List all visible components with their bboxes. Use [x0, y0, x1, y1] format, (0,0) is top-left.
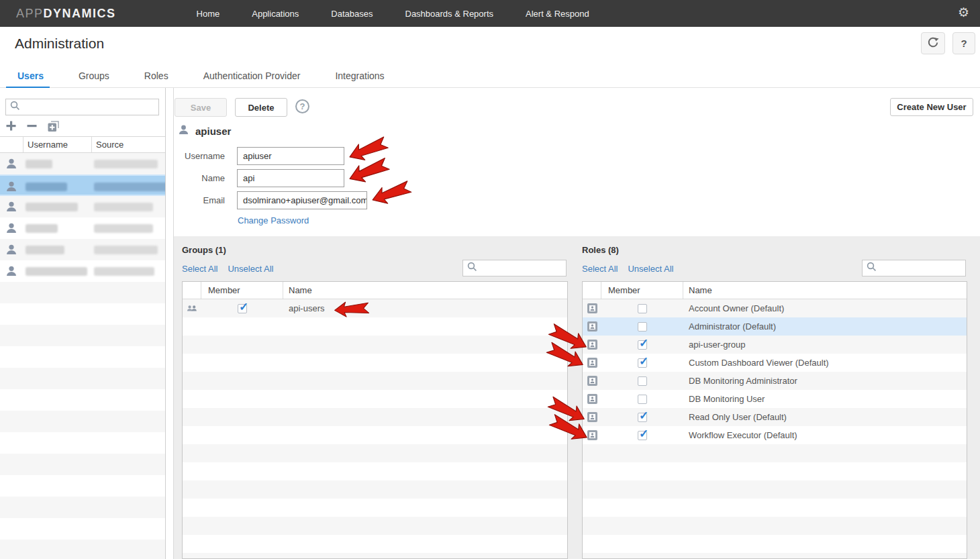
user-list-row[interactable]	[0, 196, 166, 217]
search-icon	[10, 101, 20, 113]
empty-row-stripe	[0, 368, 166, 389]
gear-icon[interactable]: ⚙	[958, 6, 969, 19]
nav-item-home[interactable]: Home	[197, 9, 220, 19]
nav-item-applications[interactable]: Applications	[252, 9, 299, 19]
empty-row-stripe	[183, 499, 567, 517]
nav-item-alert-respond[interactable]: Alert & Respond	[526, 9, 589, 19]
member-checkbox[interactable]	[638, 322, 647, 332]
groups-panel-title: Groups (1)	[182, 245, 226, 255]
username-label: Username	[178, 151, 225, 161]
roles-search-input[interactable]	[880, 263, 965, 273]
role-row-db-monitoring-administrator[interactable]: DB Monitoring Administrator	[583, 372, 967, 390]
member-checkbox[interactable]: ✓	[638, 340, 647, 350]
user-list-row[interactable]	[0, 174, 166, 196]
role-name: Administrator (Default)	[683, 321, 967, 332]
empty-row-stripe	[0, 411, 166, 432]
role-row-administrator-default-[interactable]: Administrator (Default)	[583, 317, 967, 336]
selected-user-name: apiuser	[195, 125, 231, 137]
user-list-row[interactable]	[0, 239, 166, 260]
member-checkbox[interactable]	[638, 376, 647, 386]
role-icon	[583, 430, 601, 440]
user-list-row[interactable]	[0, 217, 166, 239]
user-list-row[interactable]	[0, 153, 166, 174]
empty-row-stripe	[183, 426, 567, 444]
role-icon	[583, 340, 601, 350]
role-row-account-owner-default-[interactable]: Account Owner (Default)	[583, 299, 967, 317]
groups-unselect-all-link[interactable]: Unselect All	[228, 264, 273, 274]
user-icon	[5, 201, 17, 215]
empty-row-stripe	[0, 346, 166, 368]
empty-row-stripe	[183, 462, 567, 480]
delete-button[interactable]: Delete	[235, 98, 287, 117]
username-form-row: Username	[178, 147, 344, 165]
save-button[interactable]: Save	[175, 98, 227, 117]
groups-panel: Groups (1) Select All Unselect All Membe…	[182, 241, 568, 559]
empty-row-stripe	[183, 336, 567, 354]
tab-authentication-provider[interactable]: Authentication Provider	[203, 64, 301, 88]
change-password-link[interactable]: Change Password	[238, 215, 309, 225]
tab-roles[interactable]: Roles	[144, 64, 168, 88]
help-button[interactable]: ?	[952, 32, 975, 54]
redacted-source	[94, 203, 153, 211]
sidebar-search[interactable]	[5, 99, 159, 115]
role-row-db-monitoring-user[interactable]: DB Monitoring User	[583, 390, 967, 408]
nav-item-dashboards-reports[interactable]: Dashboards & Reports	[405, 9, 494, 19]
member-checkbox[interactable]: ✓	[638, 431, 647, 440]
role-row-read-only-user-default-[interactable]: ✓Read Only User (Default)	[583, 408, 967, 426]
roles-select-all-link[interactable]: Select All	[582, 264, 618, 274]
groups-name-column-header: Name	[283, 282, 567, 299]
source-column-header: Source	[92, 137, 166, 152]
empty-row-stripe	[183, 444, 567, 462]
redacted-source	[94, 246, 158, 254]
user-list-row[interactable]	[0, 260, 166, 282]
email-field[interactable]	[237, 191, 367, 209]
tab-integrations[interactable]: Integrations	[335, 64, 384, 88]
groups-table: Member Name ✓api-users	[182, 281, 568, 559]
logo-suffix: DYNAMICS	[44, 7, 116, 20]
group-row-api-users[interactable]: ✓api-users	[183, 299, 567, 317]
member-checkbox[interactable]: ✓	[638, 358, 647, 368]
remove-user-icon[interactable]	[26, 120, 38, 132]
roles-unselect-all-link[interactable]: Unselect All	[628, 264, 673, 274]
role-icon-column-header	[583, 282, 601, 299]
add-user-icon[interactable]	[5, 120, 17, 132]
role-row-workflow-executor-default-[interactable]: ✓Workflow Executor (Default)	[583, 426, 967, 444]
groups-search-input[interactable]	[481, 263, 566, 273]
groups-select-all-link[interactable]: Select All	[182, 264, 217, 274]
empty-row-stripe	[0, 518, 166, 540]
groups-member-column-header: Member	[201, 282, 283, 299]
role-row-api-user-group[interactable]: ✓api-user-group	[583, 336, 967, 354]
create-new-user-button[interactable]: Create New User	[890, 98, 973, 116]
roles-search[interactable]	[862, 260, 966, 276]
empty-row-stripe	[0, 497, 166, 518]
redacted-username	[26, 160, 52, 168]
groups-panel-links: Select All Unselect All	[182, 264, 273, 274]
groups-search[interactable]	[462, 260, 567, 276]
empty-row-stripe	[183, 480, 567, 499]
empty-row-stripe	[0, 389, 166, 411]
redacted-source	[94, 267, 154, 276]
empty-row-stripe	[183, 553, 567, 559]
role-row-custom-dashboard-viewer-default-[interactable]: ✓Custom Dashboard Viewer (Default)	[583, 354, 967, 372]
tab-users[interactable]: Users	[17, 64, 44, 88]
member-checkbox[interactable]	[638, 395, 647, 404]
search-icon	[467, 262, 477, 274]
selected-user-header: apiuser	[178, 124, 231, 138]
refresh-button[interactable]	[921, 32, 945, 54]
username-field[interactable]	[237, 147, 344, 165]
empty-row-stripe	[0, 432, 166, 454]
nav-item-databases[interactable]: Databases	[331, 9, 373, 19]
tab-groups[interactable]: Groups	[79, 64, 109, 88]
user-icon	[178, 124, 189, 138]
member-checkbox[interactable]: ✓	[638, 413, 647, 422]
redacted-username	[26, 267, 87, 276]
empty-row-stripe	[0, 303, 166, 325]
sidebar-search-input[interactable]	[23, 102, 158, 112]
name-field[interactable]	[237, 169, 344, 187]
tab-bar: UsersGroupsRolesAuthentication ProviderI…	[0, 64, 980, 88]
member-checkbox[interactable]: ✓	[238, 304, 247, 313]
duplicate-user-icon[interactable]	[47, 119, 60, 132]
member-checkbox[interactable]	[638, 304, 647, 313]
form-help-icon[interactable]: ?	[295, 99, 309, 113]
roles-table: Member Name Account Owner (Default)Admin…	[582, 281, 967, 559]
